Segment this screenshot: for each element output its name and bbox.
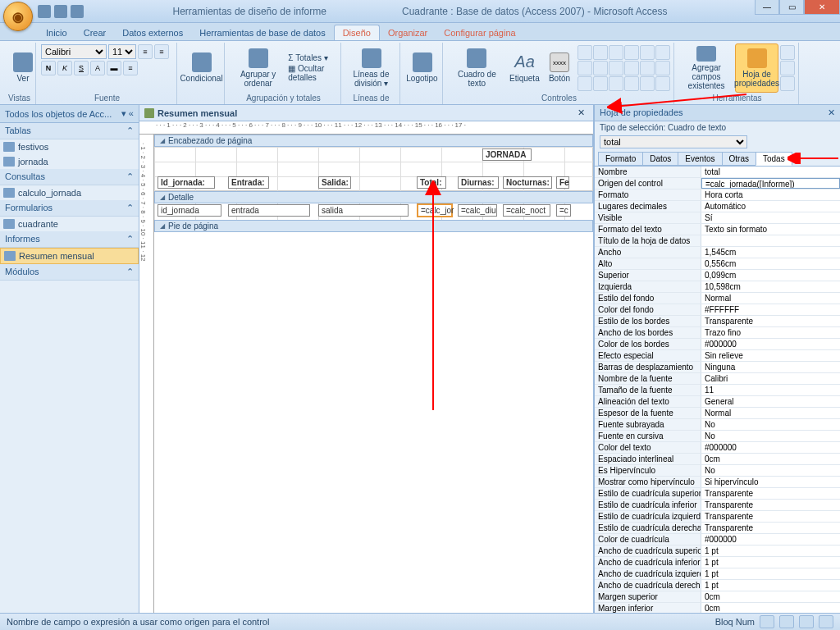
ctrl-salida[interactable]: salida xyxy=(318,204,409,217)
prop-row[interactable]: Alto0,556cm xyxy=(595,258,840,270)
prop-row[interactable]: Color de los bordes#000000 xyxy=(595,339,840,350)
nav-cat-informes[interactable]: Informes⌃ xyxy=(0,231,139,248)
prop-row[interactable]: Margen superior0cm xyxy=(595,591,840,603)
prop-value[interactable]: Trazo fino xyxy=(701,327,840,338)
prop-row[interactable]: Espesor de la fuenteNormal xyxy=(595,408,840,419)
nav-cat-consultas[interactable]: Consultas⌃ xyxy=(0,169,139,185)
etiqueta-button[interactable]: AaEtiqueta xyxy=(508,43,541,93)
boton-button[interactable]: xxxxBotón xyxy=(543,43,576,93)
ctrl-gallery-14[interactable] xyxy=(593,76,608,91)
ctrl-gallery-3[interactable] xyxy=(609,45,623,60)
view-layout-icon[interactable] xyxy=(799,615,814,628)
totales-button[interactable]: Σ Totales ▾ xyxy=(288,53,337,62)
align-right-icon[interactable]: ≡ xyxy=(123,61,138,75)
condicional-button[interactable]: Condicional xyxy=(182,43,221,93)
font-color-icon[interactable]: A xyxy=(90,61,105,75)
prop-value[interactable]: #000000 xyxy=(701,534,840,545)
prop-value[interactable]: No xyxy=(701,431,840,441)
lbl-salida[interactable]: Salida: xyxy=(318,176,351,189)
prop-row[interactable]: Izquierda10,598cm xyxy=(595,281,840,293)
maximize-button[interactable]: ▭ xyxy=(779,0,804,15)
property-object-select[interactable]: total xyxy=(600,135,747,148)
prop-value[interactable]: Ninguna xyxy=(701,362,840,372)
prop-row[interactable]: Ancho1,545cm xyxy=(595,247,840,258)
ctrl-gallery-15[interactable] xyxy=(609,76,623,91)
prop-value[interactable]: Transparente xyxy=(701,316,840,326)
close-button[interactable]: ✕ xyxy=(804,0,840,15)
ctrl-fe[interactable]: =c xyxy=(556,204,571,217)
nav-item-jornada[interactable]: jornada xyxy=(0,154,139,169)
prop-row[interactable]: Mostrar como hipervínculoSi hipervínculo xyxy=(595,477,840,488)
prop-value[interactable]: General xyxy=(701,396,840,407)
ctrl-gallery-18[interactable] xyxy=(655,76,670,91)
view-report-icon[interactable] xyxy=(760,615,774,628)
ctrl-entrada[interactable]: entrada xyxy=(228,204,310,217)
section-encabezado[interactable]: Encabezado de página xyxy=(154,135,593,147)
nav-item-calculo-jornada[interactable]: calculo_jornada xyxy=(0,185,139,200)
prop-value[interactable]: 0cm xyxy=(701,603,840,613)
prop-row[interactable]: Espaciado interlineal0cm xyxy=(595,454,840,465)
prop-row[interactable]: Barras de desplazamientoNinguna xyxy=(595,362,840,373)
prop-row[interactable]: FormatoHora corta xyxy=(595,189,840,201)
prop-row[interactable]: Tamaño de la fuente11 xyxy=(595,385,840,396)
prop-row[interactable]: Lugares decimalesAutomático xyxy=(595,201,840,212)
lbl-diurnas[interactable]: Diurnas: xyxy=(458,176,499,189)
prop-value[interactable]: #FFFFFF xyxy=(701,304,840,315)
lbl-entrada[interactable]: Entrada: xyxy=(228,176,269,189)
ctrl-gallery-13[interactable] xyxy=(578,76,592,91)
font-size-select[interactable]: 11 xyxy=(108,44,136,59)
prop-value[interactable]: Automático xyxy=(701,201,840,212)
prop-value[interactable]: 1 pt xyxy=(701,546,840,556)
ctrl-gallery-8[interactable] xyxy=(593,61,608,75)
prop-value[interactable]: 0cm xyxy=(701,454,840,464)
tool-misc-3[interactable] xyxy=(780,76,795,91)
logotipo-button[interactable]: Logotipo xyxy=(405,43,439,93)
prop-value[interactable]: No xyxy=(701,419,840,430)
prop-value[interactable]: Sí xyxy=(701,212,840,223)
prop-value[interactable]: 10,598cm xyxy=(701,281,840,292)
ctrl-gallery-17[interactable] xyxy=(640,76,655,91)
prop-row[interactable]: Fuente en cursivaNo xyxy=(595,431,840,442)
underline-button[interactable]: S xyxy=(74,61,89,75)
prop-row[interactable]: Color del fondo#FFFFFF xyxy=(595,304,840,316)
lbl-fe[interactable]: Fe xyxy=(556,176,569,189)
view-design-icon[interactable] xyxy=(819,615,833,628)
prop-row[interactable]: Título de la hoja de datos xyxy=(595,235,840,247)
lineas-division-button[interactable]: Líneas de división ▾ xyxy=(346,43,396,93)
prop-tab-formato[interactable]: Formato xyxy=(598,152,643,166)
agrupar-button[interactable]: Agrupar y ordenar xyxy=(230,43,286,93)
minimize-button[interactable]: — xyxy=(755,0,779,15)
tab-crear[interactable]: Crear xyxy=(75,25,115,40)
prop-value[interactable]: Sin relieve xyxy=(701,350,840,361)
prop-row[interactable]: Es HipervínculoNo xyxy=(595,465,840,477)
prop-value[interactable]: No xyxy=(701,465,840,476)
ver-button[interactable]: Ver xyxy=(7,43,39,93)
prop-value[interactable]: =calc_jornada([Informe]) xyxy=(701,178,840,189)
tab-datos-externos[interactable]: Datos externos xyxy=(114,25,191,40)
prop-value[interactable]: 1 pt xyxy=(701,580,840,591)
cuadro-texto-button[interactable]: Cuadro de texto xyxy=(448,43,506,93)
tab-organizar[interactable]: Organizar xyxy=(380,25,436,40)
prop-row[interactable]: Ancho de cuadrícula inferior1 pt xyxy=(595,557,840,568)
property-grid[interactable]: NombretotalOrigen del control=calc_jorna… xyxy=(595,167,840,613)
lbl-total[interactable]: Total: xyxy=(417,176,446,189)
prop-row[interactable]: Fuente subrayadaNo xyxy=(595,419,840,431)
prop-value[interactable]: Transparente xyxy=(701,523,840,533)
lbl-id-jornada[interactable]: Id_jornada: xyxy=(158,176,215,189)
prop-tab-eventos[interactable]: Eventos xyxy=(678,152,722,166)
ctrl-gallery-10[interactable] xyxy=(624,61,639,75)
prop-row[interactable]: Alineación del textoGeneral xyxy=(595,396,840,408)
prop-row[interactable]: Estilo del fondoNormal xyxy=(595,293,840,304)
hdr-jornada[interactable]: JORNADA xyxy=(482,148,532,161)
prop-value[interactable]: Texto sin formato xyxy=(701,224,840,235)
qat-undo-icon[interactable] xyxy=(54,5,67,18)
ctrl-gallery-16[interactable] xyxy=(624,76,639,91)
prop-row[interactable]: Estilo de cuadrícula derechaTransparente xyxy=(595,523,840,534)
prop-row[interactable]: Estilo de cuadrícula izquierdaTransparen… xyxy=(595,511,840,523)
prop-value[interactable]: 0,556cm xyxy=(701,258,840,269)
prop-value[interactable]: 0,099cm xyxy=(701,270,840,281)
ctrl-id-jornada[interactable]: id_jornada xyxy=(158,204,221,217)
document-tab[interactable]: Resumen mensual ✕ xyxy=(139,105,593,121)
nav-item-cuadrante[interactable]: cuadrante xyxy=(0,217,139,231)
hoja-propiedades-button[interactable]: Hoja de propiedades xyxy=(735,43,778,93)
